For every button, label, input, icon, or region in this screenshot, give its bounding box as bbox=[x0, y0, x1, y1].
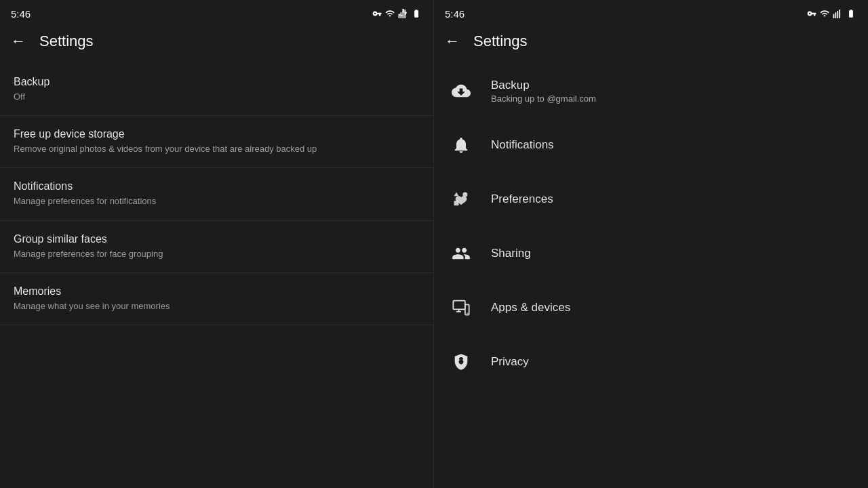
right-item-sharing-title: Sharing bbox=[491, 247, 531, 260]
right-item-privacy[interactable]: Privacy bbox=[434, 335, 868, 389]
left-item-backup-subtitle: Off bbox=[14, 91, 420, 103]
left-item-memories[interactable]: Memories Manage what you see in your mem… bbox=[0, 273, 433, 325]
right-item-sharing[interactable]: Sharing bbox=[434, 226, 868, 281]
svg-rect-7 bbox=[839, 9, 840, 18]
right-item-backup-subtitle: Backing up to @gmail.com bbox=[491, 94, 596, 104]
left-item-memories-subtitle: Manage what you see in your memories bbox=[14, 300, 420, 312]
left-status-time: 5:46 bbox=[11, 8, 31, 20]
right-item-notifications-title: Notifications bbox=[491, 138, 554, 152]
cloud-icon bbox=[448, 77, 475, 104]
right-status-bar: 5:46 bbox=[434, 0, 868, 24]
right-settings-list: Backup Backing up to @gmail.com Notifica… bbox=[434, 64, 868, 488]
right-item-apps-title: Apps & devices bbox=[491, 301, 570, 314]
svg-rect-8 bbox=[454, 201, 459, 205]
left-item-storage-subtitle: Remove original photos & videos from you… bbox=[14, 143, 420, 155]
svg-rect-5 bbox=[835, 12, 837, 18]
left-item-faces[interactable]: Group similar faces Manage preferences f… bbox=[0, 221, 433, 273]
right-item-backup-title: Backup bbox=[491, 79, 596, 92]
signal-icon bbox=[398, 9, 408, 18]
battery-icon bbox=[410, 9, 422, 18]
svg-marker-9 bbox=[454, 192, 459, 197]
right-status-icons bbox=[807, 9, 857, 18]
svg-rect-0 bbox=[399, 14, 400, 18]
svg-rect-2 bbox=[402, 11, 403, 18]
left-page-title: Settings bbox=[39, 33, 94, 50]
bell-icon bbox=[448, 131, 475, 159]
svg-point-10 bbox=[462, 192, 467, 197]
right-top-bar: ← Settings bbox=[434, 24, 868, 64]
right-item-notifications-content: Notifications bbox=[491, 138, 554, 152]
backup-subtitle-value: @gmail.com bbox=[547, 94, 595, 104]
left-item-memories-title: Memories bbox=[14, 285, 420, 298]
right-item-apps-content: Apps & devices bbox=[491, 301, 570, 314]
right-status-time: 5:46 bbox=[445, 8, 465, 20]
left-top-bar: ← Settings bbox=[0, 24, 433, 64]
right-item-preferences-content: Preferences bbox=[491, 192, 553, 206]
left-item-notifications-title: Notifications bbox=[14, 180, 420, 192]
key-icon bbox=[372, 9, 382, 18]
left-item-notifications[interactable]: Notifications Manage preferences for not… bbox=[0, 168, 433, 220]
left-item-storage-title: Free up device storage bbox=[14, 128, 420, 140]
right-item-privacy-title: Privacy bbox=[491, 355, 529, 369]
preferences-icon bbox=[448, 186, 475, 213]
battery-icon-right bbox=[845, 9, 857, 18]
left-item-backup-title: Backup bbox=[14, 76, 420, 88]
right-item-preferences[interactable]: Preferences bbox=[434, 172, 868, 226]
svg-rect-6 bbox=[837, 11, 838, 18]
svg-rect-1 bbox=[401, 12, 402, 18]
right-item-apps[interactable]: Apps & devices bbox=[434, 281, 868, 335]
left-item-storage[interactable]: Free up device storage Remove original p… bbox=[0, 116, 433, 168]
key-icon-right bbox=[807, 9, 816, 18]
left-back-button[interactable]: ← bbox=[8, 30, 28, 53]
right-item-preferences-title: Preferences bbox=[491, 192, 553, 206]
right-back-button[interactable]: ← bbox=[442, 30, 462, 53]
left-item-faces-subtitle: Manage preferences for face grouping bbox=[14, 248, 420, 260]
svg-rect-3 bbox=[404, 9, 406, 18]
right-item-backup-content: Backup Backing up to @gmail.com bbox=[491, 79, 596, 104]
left-panel: 5:46 ← Settings Backup Off Free up devic… bbox=[0, 0, 434, 488]
right-item-backup[interactable]: Backup Backing up to @gmail.com bbox=[434, 64, 868, 118]
apps-devices-icon bbox=[448, 294, 475, 321]
left-status-icons bbox=[372, 9, 422, 18]
left-item-faces-title: Group similar faces bbox=[14, 233, 420, 245]
wifi-icon-right bbox=[819, 9, 830, 18]
backup-subtitle-prefix: Backing up to bbox=[491, 94, 545, 104]
right-page-title: Settings bbox=[473, 33, 528, 50]
left-settings-list: Backup Off Free up device storage Remove… bbox=[0, 64, 433, 488]
wifi-icon bbox=[384, 9, 395, 18]
sharing-icon bbox=[448, 240, 475, 267]
right-item-privacy-content: Privacy bbox=[491, 355, 529, 369]
right-item-notifications[interactable]: Notifications bbox=[434, 118, 868, 172]
left-item-backup[interactable]: Backup Off bbox=[0, 64, 433, 116]
svg-rect-11 bbox=[453, 301, 465, 310]
right-panel: 5:46 ← Settings Backup Backing up to @gm… bbox=[434, 0, 868, 488]
left-status-bar: 5:46 bbox=[0, 0, 433, 24]
left-item-notifications-subtitle: Manage preferences for notifications bbox=[14, 195, 420, 207]
right-item-sharing-content: Sharing bbox=[491, 247, 531, 260]
privacy-icon bbox=[448, 348, 475, 375]
signal-icon-right bbox=[833, 9, 842, 18]
svg-rect-4 bbox=[833, 14, 835, 18]
